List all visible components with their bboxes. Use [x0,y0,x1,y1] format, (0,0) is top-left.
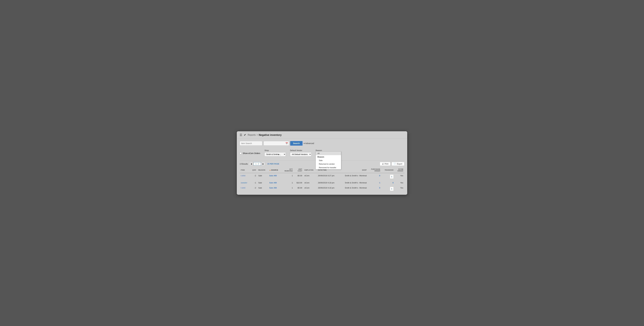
cell-transfer[interactable]: 0 [381,180,395,185]
shop-label: Shop [264,149,286,151]
next-page-button[interactable]: ▶ [261,162,265,165]
per-page-selector[interactable]: 15 PER PAGE [267,163,279,165]
default-vendor-select[interactable]: All Default Vendors [290,152,311,156]
table-row: t-shirt -2 Sale Sale #69 1 $5.00 eCom 26… [240,185,404,192]
col-header-qty-removed: QTYREMOVED [282,167,294,173]
pagination: ◀ 1 - 3 ▶ [249,162,265,165]
table-row: t-shirt -2 Sale Sale #68 1 $5.00 eCom 26… [240,173,404,180]
cell-shop: Smith & Smith's - Montreal [339,180,368,185]
cell-qoh: -2 [250,185,257,192]
show-ecom-label: Show eCom Orders [243,152,260,154]
cell-reason: Sale [257,185,268,192]
reason-list: All Reason Sale Returned to vendor Remov… [316,151,341,169]
col-header-employee: EMPLOYEE [304,167,317,173]
col-header-unit-cost: UNITCOST [294,167,303,173]
col-header-ecom-order: ECOMORDER [395,167,404,173]
cell-unit-cost: $5.00 [294,173,303,180]
breadcrumb-current: Negative inventory [259,134,282,137]
cell-unit-cost: $5.00 [294,185,303,192]
cell-transfer[interactable]: 1 [381,173,395,180]
cell-datetime: 26/06/2019 4:18 pm [317,185,339,192]
col-header-transfer: TRANSFER [381,167,395,173]
cell-ecom-order: Yes [395,185,404,192]
col-header-source[interactable]: ▲SOURCE [268,167,282,173]
page-content: to 📅 Search ▾ Advanced Show eCom Orders … [237,139,407,195]
shop-filter: Shop Smith & Smith◈... [264,149,286,156]
advanced-label: Advanced [305,142,314,144]
cell-qty-removed: 1 [282,173,294,180]
page-range: 1 - 3 [254,162,261,165]
cell-source[interactable]: Sale #69 [268,180,282,185]
results-actions: 🖨 Print 📄 Export [380,162,404,166]
cell-shop: Smith & Smith's - Montreal [339,185,368,192]
cell-unit-cost: $10.00 [294,180,303,185]
cell-item[interactable]: t-shirt [240,185,250,192]
export-icon: 📄 [394,163,396,165]
col-header-reason: REASON [257,167,268,173]
breadcrumb-reports[interactable]: Reports [248,134,256,136]
cell-item[interactable]: t-shirt [240,173,250,180]
cell-qty-removed: 1 [282,180,294,185]
cell-purchase-order[interactable]: 1 [368,180,381,185]
col-header-shop: SHOP [339,167,368,173]
hamburger-icon[interactable]: ☰ [240,133,242,137]
results-count: 3 Results [240,163,248,165]
breadcrumb-separator: > [256,134,258,136]
search-button[interactable]: Search [290,141,302,146]
col-header-item: ITEM [240,167,250,173]
title-bar: ☰ ✔ Reports > Negative inventory [237,131,407,139]
sort-arrow-icon: ▲ [269,169,271,171]
reason-option-reason[interactable]: Reason [316,155,341,159]
reason-option-removed[interactable]: Removed for transfer [316,166,341,169]
reason-option-all[interactable]: All [316,152,341,155]
breadcrumb: Reports > Negative inventory [248,134,282,137]
results-table: ITEM QOH REASON ▲SOURCE QTYREMOVED UNITC… [240,167,404,192]
table-row: sweater -1 Sale Sale #69 1 $10.00 eCom 2… [240,180,404,185]
reason-filter: Reason All Reason Sale Returned to vendo… [316,149,322,151]
item-search-input[interactable] [240,141,262,146]
default-vendor-filter: Default Vendor All Default Vendors [290,149,311,156]
print-button[interactable]: 🖨 Print [380,162,390,166]
chevron-down-icon: ▾ [304,142,305,144]
col-header-purchase-order: PURCHASEORDER [368,167,381,173]
main-window: ☰ ✔ Reports > Negative inventory to 📅 Se… [237,131,407,195]
cell-datetime: 26/06/2019 3:27 pm [317,173,339,180]
cell-ecom-order: Yes [395,173,404,180]
date-to-wrapper: to 📅 [264,141,289,146]
advanced-button[interactable]: ▾ Advanced [304,142,314,144]
cell-reason: Sale [257,180,268,185]
calendar-icon: 📅 [286,142,288,144]
cell-source[interactable]: Sale #68 [268,173,282,180]
cell-employee: eCom [304,173,317,180]
cell-purchase-order[interactable]: 0 [368,185,381,192]
cell-source[interactable]: Sale #69 [268,185,282,192]
cell-datetime: 26/06/2019 4:18 pm [317,180,339,185]
export-label: Export [397,163,402,165]
date-to-input[interactable]: to [264,141,289,146]
col-header-qoh: QOH [250,167,257,173]
print-label: Print [385,163,388,165]
cell-qty-removed: 1 [282,185,294,192]
cell-employee: eCom [304,185,317,192]
cell-shop: Smith & Smith's - Montreal [339,173,368,180]
shop-select[interactable]: Smith & Smith◈... [264,152,286,156]
filters-row: Show eCom Orders Shop Smith & Smith◈... … [240,148,404,158]
cell-purchase-order[interactable]: 0 [368,173,381,180]
cell-transfer[interactable]: 1 [381,185,395,192]
logo-icon: ✔ [244,133,246,137]
show-ecom-checkbox[interactable] [240,152,242,154]
export-button[interactable]: 📄 Export [392,162,404,166]
cell-qoh: -2 [250,173,257,180]
cell-ecom-order: Yes [395,180,404,185]
cell-reason: Sale [257,173,268,180]
cell-qoh: -1 [250,180,257,185]
print-icon: 🖨 [382,163,384,165]
show-ecom-group: Show eCom Orders [240,149,260,154]
reason-option-sale[interactable]: Sale [316,159,341,162]
cell-item[interactable]: sweater [240,180,250,185]
reason-option-returned[interactable]: Returned to vendor [316,162,341,166]
default-vendor-label: Default Vendor [290,149,311,151]
search-bar: to 📅 Search ▾ Advanced [240,141,404,146]
reason-label: Reason [316,149,322,151]
prev-page-button[interactable]: ◀ [249,162,253,165]
